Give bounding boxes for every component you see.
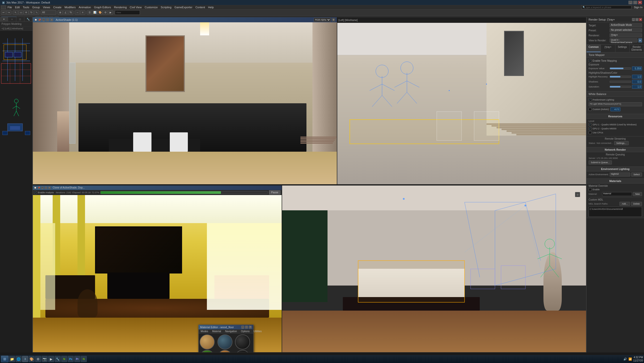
menu-customize[interactable]: Customize (143, 6, 159, 9)
sidebar-tab-utility[interactable]: 🔧 (24, 17, 32, 21)
rs-tone-mapper-header[interactable]: Tone Mapper (587, 52, 644, 58)
menu-group[interactable]: Group (31, 6, 41, 9)
clone-pin[interactable]: 📌 (38, 187, 40, 189)
rs-tab-elements[interactable]: Render Elements (630, 45, 644, 52)
move-button[interactable]: ✛ (24, 10, 29, 15)
me-ball-bronze[interactable] (217, 350, 232, 353)
rs-view-dropdown[interactable]: Quad 4 - ReverseViewCamera (610, 38, 637, 42)
start-button[interactable]: ⊞ (1, 356, 9, 362)
menu-civil-view[interactable]: Civil View (128, 6, 143, 9)
rs-pred-dropdown[interactable]: F8 Light White Fluorescent [415°C] (589, 102, 642, 106)
vp-max-button[interactable]: □ (46, 18, 49, 21)
snap-button[interactable]: ⊕ (58, 10, 63, 15)
scale-button[interactable]: ⤡ (34, 10, 39, 15)
search-box[interactable]: 🔍 type a keyword or phrase (581, 6, 631, 9)
rs-tab-common[interactable]: Common (587, 45, 601, 52)
menu-signin[interactable]: Sign In (632, 6, 644, 9)
rs-tab-settings[interactable]: Settings (615, 45, 630, 52)
mirror-button[interactable]: ↔ (75, 10, 80, 15)
taskbar-camera[interactable]: 📷 (42, 356, 48, 362)
sidebar-tab-motion[interactable]: ○ (8, 17, 16, 21)
taskbar-3dsmax[interactable]: 3 (22, 356, 28, 362)
viewport-activeshade[interactable]: 🔲 📌 _ □ ✕ ActiveShade (1:1) RGB Alpha RG… (33, 17, 337, 185)
material-editor-button[interactable]: 🎨 (98, 10, 103, 15)
window-controls[interactable]: _ □ ✕ (628, 1, 642, 4)
rs-render-button[interactable]: ▶ (638, 38, 642, 42)
menu-rendering[interactable]: Rendering (113, 6, 128, 9)
rs-tab-vray[interactable]: ∏ray+ (601, 45, 615, 52)
rs-hr-value[interactable]: 1.0 (632, 75, 642, 79)
rs-preset-dropdown[interactable]: No preset selected (610, 28, 642, 32)
rs-sat-slider[interactable] (610, 86, 631, 88)
maximize-button[interactable]: □ (633, 1, 637, 4)
view-dropdown[interactable]: View (115, 10, 140, 15)
render-setup-button[interactable]: ⚙ (103, 10, 108, 15)
vp-minimize-button[interactable]: _ (42, 18, 45, 21)
taskbar-media[interactable]: ▶ (48, 356, 54, 362)
minimize-button[interactable]: _ (628, 1, 632, 4)
enable-analysis-check[interactable] (34, 191, 37, 194)
taskbar-wrench[interactable]: 🔧 (55, 356, 61, 362)
taskbar-photoshop[interactable]: Ps (68, 356, 74, 362)
me-menu-utilities[interactable]: Utilities (252, 329, 264, 333)
gpu2-check[interactable] (589, 127, 592, 130)
rs-mat-field[interactable]: Material (602, 192, 632, 196)
rs-sh-slider[interactable] (610, 81, 631, 83)
menu-animation[interactable]: Animation (77, 6, 93, 9)
rs-wb-header[interactable]: White Balance (587, 92, 644, 97)
app-menu-icon[interactable] (1, 6, 6, 9)
layer-button[interactable]: ☰ (87, 10, 92, 15)
rotate-button[interactable]: ↻ (29, 10, 34, 15)
me-menu-modes[interactable]: Modes (199, 329, 210, 333)
me-ball-black[interactable] (235, 334, 250, 349)
me-ball-grass[interactable] (200, 350, 215, 353)
rs-ae-dropdown[interactable]: NightSil (610, 172, 630, 176)
rs-kelvin-value[interactable]: 4172 (610, 107, 620, 111)
taskbar-ie[interactable]: 🌐 (16, 356, 22, 362)
vp-pin-button[interactable]: 📌 (38, 18, 41, 21)
rs-new-btn[interactable]: New (633, 192, 642, 196)
render-button[interactable]: ▶ (108, 10, 113, 15)
close-button[interactable]: ✕ (638, 1, 642, 4)
taskbar-premiere[interactable]: Pr (74, 356, 80, 362)
select-region-button[interactable]: ▭ (18, 10, 23, 15)
taskbar-sound[interactable]: 🔊 (623, 357, 627, 361)
menu-help[interactable]: Help (207, 6, 215, 9)
enable-tone-mapping-check[interactable] (589, 59, 592, 62)
rs-min[interactable]: _ (632, 18, 635, 21)
rs-materials-header[interactable]: Materials (587, 179, 644, 184)
viewport-activeshade-clone[interactable]: 🔲 📌 _ □ ✕ Clone of ActiveShade, Dop... E… (33, 185, 282, 353)
mode-dropdown[interactable]: All (41, 10, 56, 15)
taskbar-nvidia2[interactable]: N (81, 356, 87, 362)
gpu1-check[interactable] (589, 123, 592, 126)
sidebar-tab-display[interactable]: □ (16, 17, 24, 21)
rs-target-dropdown[interactable]: ActiveShade Mode (610, 23, 642, 27)
rs-env-lighting-header[interactable]: Environment Lighting (587, 167, 644, 171)
clone-close[interactable]: ✕ (48, 187, 51, 189)
rs-rs-settings-btn[interactable]: Settings... (614, 141, 629, 145)
align-button[interactable]: ≡ (80, 10, 85, 15)
me-menu-options[interactable]: Options (239, 329, 252, 333)
vp-close-button[interactable]: ✕ (50, 18, 53, 21)
redo-button[interactable]: ↪ (6, 10, 11, 15)
me-maximize[interactable]: □ (245, 326, 248, 329)
use-cpus-check[interactable] (589, 131, 592, 134)
menu-create[interactable]: Create (52, 6, 63, 9)
rs-max[interactable]: □ (635, 18, 638, 21)
rs-hr-slider[interactable] (610, 76, 631, 78)
rs-ev-slider[interactable] (610, 67, 631, 69)
menu-modifiers[interactable]: Modifiers (63, 6, 77, 9)
rs-close[interactable]: ✕ (639, 18, 642, 21)
rs-submit-queue-btn[interactable]: Submit to Queue... (589, 160, 612, 164)
viewport-3d-perspective[interactable]: ⊞ (282, 185, 586, 353)
taskbar-settings[interactable]: ⚙ (35, 356, 41, 362)
ps-viewport-icon[interactable]: ⊞ (575, 192, 580, 197)
graph-editors-button[interactable]: 📊 (92, 10, 97, 15)
me-menu-material[interactable]: Material (210, 329, 223, 333)
pause-button[interactable]: Pause (269, 190, 280, 195)
rs-add-btn[interactable]: Add... (619, 202, 630, 206)
rs-ev-value[interactable]: 5.359 (632, 66, 642, 70)
menu-views[interactable]: Views (41, 6, 52, 9)
rs-select-btn[interactable]: Select (631, 172, 642, 176)
render-mode-select[interactable]: RGB Alpha RGB (314, 18, 331, 22)
